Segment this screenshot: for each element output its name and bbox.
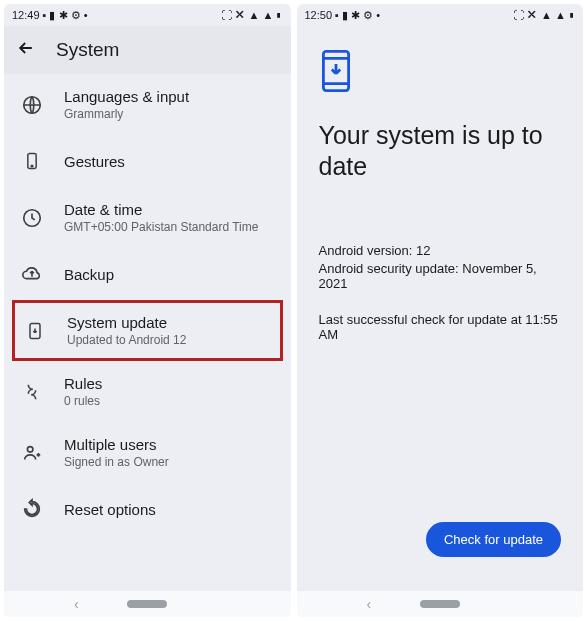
item-system-update[interactable]: System update Updated to Android 12 bbox=[12, 300, 283, 361]
last-check: Last successful check for update at 11:5… bbox=[319, 312, 562, 342]
security-update: Android security update: November 5, 202… bbox=[319, 261, 562, 291]
status-notif-icons: ▪ ▮ ✱ ⚙ • bbox=[43, 9, 88, 22]
item-sub: Signed in as Owner bbox=[64, 455, 275, 469]
page-title: System bbox=[56, 39, 119, 61]
item-title: Languages & input bbox=[64, 88, 275, 105]
android-version: Android version: 12 bbox=[319, 243, 562, 258]
rules-icon bbox=[20, 380, 44, 404]
status-right-icons: ⛶ ✕ ▲ ▲ ▮ bbox=[221, 9, 283, 21]
check-for-update-button[interactable]: Check for update bbox=[426, 522, 561, 557]
item-rules[interactable]: Rules 0 rules bbox=[4, 361, 291, 422]
status-right-icons: ⛶ ✕ ▲ ▲ ▮ bbox=[513, 9, 575, 21]
clock-icon bbox=[20, 206, 44, 230]
item-sub: GMT+05:00 Pakistan Standard Time bbox=[64, 220, 275, 234]
item-title: Rules bbox=[64, 375, 275, 392]
item-title: Gestures bbox=[64, 153, 275, 170]
user-icon bbox=[20, 441, 44, 465]
headline: Your system is up to date bbox=[319, 120, 562, 183]
status-notif-icons: ▪ ▮ ✱ ⚙ • bbox=[335, 9, 380, 22]
item-multiple-users[interactable]: Multiple users Signed in as Owner bbox=[4, 422, 291, 483]
reset-icon bbox=[20, 497, 44, 521]
item-backup[interactable]: Backup bbox=[4, 248, 291, 300]
system-update-icon bbox=[23, 319, 47, 343]
item-languages-input[interactable]: Languages & input Grammarly bbox=[4, 74, 291, 135]
nav-bar: ‹ bbox=[4, 591, 291, 617]
svg-point-2 bbox=[31, 165, 33, 167]
settings-header: System bbox=[4, 26, 291, 74]
phone-right-system-update: 12:50 ▪ ▮ ✱ ⚙ • ⛶ ✕ ▲ ▲ ▮ Your system is… bbox=[297, 4, 584, 617]
back-icon[interactable] bbox=[16, 38, 36, 62]
nav-bar: ‹ bbox=[297, 591, 584, 617]
item-title: System update bbox=[67, 314, 272, 331]
settings-list: Languages & input Grammarly Gestures Dat… bbox=[4, 74, 291, 591]
gesture-icon bbox=[20, 149, 44, 173]
cloud-upload-icon bbox=[20, 262, 44, 286]
nav-back-icon[interactable]: ‹ bbox=[367, 596, 372, 612]
update-content: Your system is up to date Android versio… bbox=[297, 26, 584, 591]
item-sub: Updated to Android 12 bbox=[67, 333, 272, 347]
item-title: Backup bbox=[64, 266, 275, 283]
item-sub: 0 rules bbox=[64, 394, 275, 408]
status-bar: 12:50 ▪ ▮ ✱ ⚙ • ⛶ ✕ ▲ ▲ ▮ bbox=[297, 4, 584, 26]
system-update-large-icon bbox=[319, 50, 562, 96]
nav-pill[interactable] bbox=[420, 600, 460, 608]
item-sub: Grammarly bbox=[64, 107, 275, 121]
status-time: 12:50 bbox=[305, 9, 333, 21]
nav-pill[interactable] bbox=[127, 600, 167, 608]
phone-left-system-settings: 12:49 ▪ ▮ ✱ ⚙ • ⛶ ✕ ▲ ▲ ▮ System Languag… bbox=[4, 4, 291, 617]
status-time: 12:49 bbox=[12, 9, 40, 21]
item-title: Reset options bbox=[64, 501, 275, 518]
item-title: Date & time bbox=[64, 201, 275, 218]
svg-point-5 bbox=[27, 446, 33, 452]
item-date-time[interactable]: Date & time GMT+05:00 Pakistan Standard … bbox=[4, 187, 291, 248]
item-gestures[interactable]: Gestures bbox=[4, 135, 291, 187]
status-bar: 12:49 ▪ ▮ ✱ ⚙ • ⛶ ✕ ▲ ▲ ▮ bbox=[4, 4, 291, 26]
globe-icon bbox=[20, 93, 44, 117]
item-title: Multiple users bbox=[64, 436, 275, 453]
nav-back-icon[interactable]: ‹ bbox=[74, 596, 79, 612]
item-reset-options[interactable]: Reset options bbox=[4, 483, 291, 535]
